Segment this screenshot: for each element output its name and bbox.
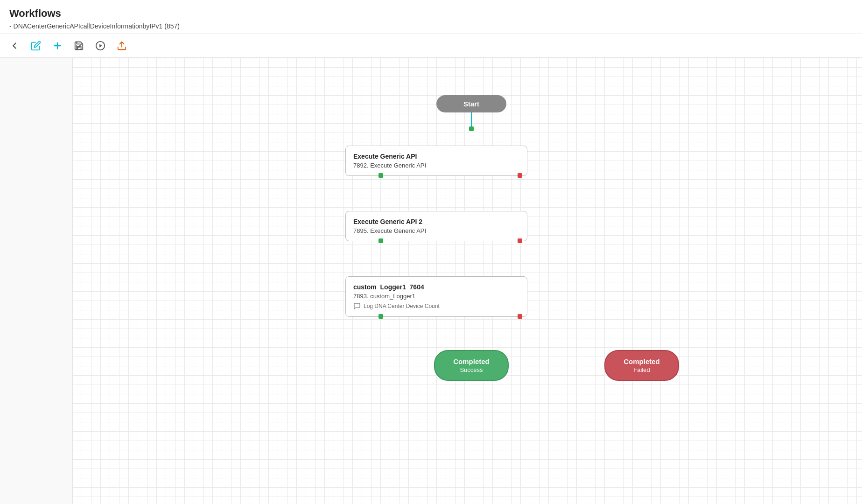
toolbar xyxy=(0,34,862,58)
run-button[interactable] xyxy=(93,39,107,53)
export-button[interactable] xyxy=(115,39,129,53)
page-title: Workflows xyxy=(9,7,853,20)
comment-icon xyxy=(353,302,361,310)
node3-title: custom_Logger1_7604 xyxy=(353,283,519,291)
start-pill: Start xyxy=(436,95,506,112)
node-execute-generic-api-2: Execute Generic API 2 7895. Execute Gene… xyxy=(345,211,527,241)
completed-success-label: Completed xyxy=(449,357,494,365)
sidebar xyxy=(0,58,72,504)
node2-title: Execute Generic API 2 xyxy=(353,218,519,225)
add-button[interactable] xyxy=(50,39,64,53)
header: Workflows - DNACenterGenericAPIcallDevic… xyxy=(0,0,862,34)
completed-failed-pill: Completed Failed xyxy=(604,350,679,381)
save-button[interactable] xyxy=(72,39,86,53)
back-button[interactable] xyxy=(7,39,21,53)
completed-success-sublabel: Success xyxy=(449,366,494,373)
start-node: Start xyxy=(436,95,506,131)
node3-note-text: Log DNA Center Device Count xyxy=(364,303,440,309)
svg-marker-3 xyxy=(99,44,102,47)
completed-failed-label: Completed xyxy=(619,357,664,365)
completed-success-pill: Completed Success xyxy=(434,350,509,381)
node3-note: Log DNA Center Device Count xyxy=(353,302,519,310)
node1-sub: 7892. Execute Generic API xyxy=(353,162,519,169)
canvas-area[interactable]: Start Execute Generic API 7892. Execute … xyxy=(72,58,862,504)
main-layout: Start Execute Generic API 7892. Execute … xyxy=(0,58,862,504)
edit-button[interactable] xyxy=(29,39,43,53)
node2-sub: 7895. Execute Generic API xyxy=(353,227,519,234)
breadcrumb: - DNACenterGenericAPIcallDeviceInformati… xyxy=(9,22,853,30)
node-execute-generic-api-1: Execute Generic API 7892. Execute Generi… xyxy=(345,146,527,176)
node1-title: Execute Generic API xyxy=(353,153,519,160)
node3-sub: 7893. custom_Logger1 xyxy=(353,293,519,300)
node-custom-logger: custom_Logger1_7604 7893. custom_Logger1… xyxy=(345,276,527,317)
completed-failed-sublabel: Failed xyxy=(619,366,664,373)
